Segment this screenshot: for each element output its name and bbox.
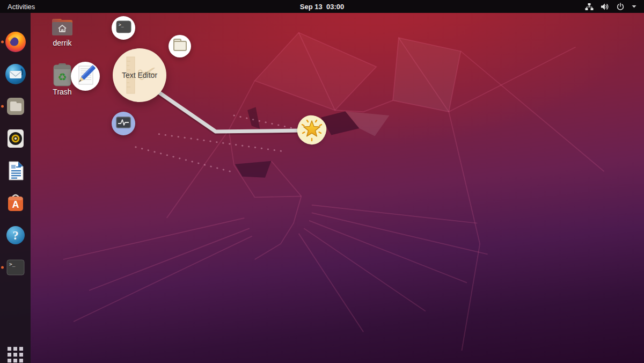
- dock-item-help[interactable]: ?: [0, 222, 31, 248]
- terminal-prompt: >_: [9, 261, 16, 267]
- show-applications-button[interactable]: [0, 340, 31, 363]
- clock-menu[interactable]: Sep 13 03:00: [300, 0, 344, 13]
- help-glyph: ?: [12, 229, 19, 242]
- dock-item-firefox[interactable]: [0, 29, 31, 55]
- writer-icon: [5, 160, 26, 182]
- terminal-circle-badge[interactable]: >_: [112, 16, 135, 40]
- folder-circle-badge[interactable]: [169, 35, 191, 57]
- dock-item-thunderbird[interactable]: [0, 61, 31, 87]
- terminal-prompt: >_: [119, 23, 124, 27]
- system-monitor-icon: [112, 111, 135, 136]
- network-wired-icon: [585, 3, 594, 11]
- dock-item-files[interactable]: [0, 93, 31, 119]
- power-icon: [616, 3, 625, 11]
- folder-icon: [169, 34, 191, 59]
- software-letter: A: [12, 199, 19, 210]
- recycle-glyph: ♻: [57, 71, 67, 83]
- help-icon: ?: [5, 224, 26, 246]
- running-indicator: [1, 266, 4, 269]
- dock-item-rhythmbox[interactable]: [0, 126, 31, 151]
- dock-item-libreoffice-writer[interactable]: [0, 158, 31, 184]
- dock-item-ubuntu-software[interactable]: A: [0, 190, 31, 216]
- rhythmbox-icon: [5, 128, 26, 149]
- star-icon: [297, 115, 326, 144]
- dock-item-terminal[interactable]: >_: [0, 255, 31, 280]
- software-icon: A: [5, 192, 26, 214]
- home-folder-icon: [47, 16, 77, 38]
- desktop-icon-label: derrik: [47, 39, 77, 47]
- dock: A ? >_: [0, 13, 31, 363]
- dragged-app-bubble[interactable]: ✂ Text Editor: [113, 48, 166, 102]
- top-bar: Activities Sep 13 03:00: [0, 0, 644, 13]
- firefox-icon: [5, 31, 26, 53]
- desktop-icon-home[interactable]: derrik: [47, 16, 77, 47]
- pencil-document-icon: [71, 61, 100, 92]
- running-indicator: [1, 41, 4, 43]
- running-indicator: [1, 105, 4, 108]
- volume-icon: [601, 3, 609, 11]
- thunderbird-icon: [5, 63, 26, 85]
- system-tray-menu[interactable]: [577, 0, 644, 13]
- chevron-down-icon: [632, 5, 636, 8]
- activities-button[interactable]: Activities: [0, 0, 42, 13]
- terminal-icon: >_: [112, 15, 135, 41]
- star-badge: [297, 115, 326, 144]
- system-monitor-circle-badge[interactable]: [112, 112, 135, 135]
- files-icon: [5, 96, 26, 117]
- dragged-app-label: Text Editor: [122, 71, 157, 79]
- app-grid-icon: [8, 347, 23, 362]
- terminal-icon: >_: [5, 257, 26, 278]
- text-editor-circle-badge[interactable]: [71, 62, 100, 91]
